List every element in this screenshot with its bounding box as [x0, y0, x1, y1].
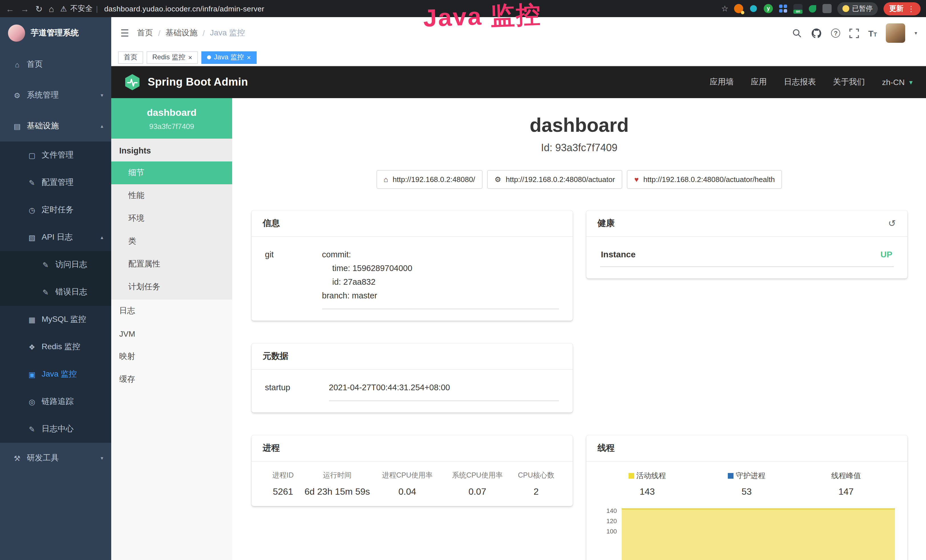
- app-logo[interactable]: 芋道管理系统: [0, 17, 111, 49]
- info-label: git: [265, 248, 322, 309]
- address-bar[interactable]: dashboard.yudao.iocoder.cn/infra/admin-s…: [104, 4, 264, 13]
- sba-item-caches[interactable]: 缓存: [111, 368, 232, 391]
- process-card: 进程 进程ID 运行时间 进程CPU使用率 系统CPU使用率 CPU核心数: [251, 435, 572, 506]
- close-icon[interactable]: [247, 53, 251, 61]
- process-table: 进程ID 运行时间 进程CPU使用率 系统CPU使用率 CPU核心数 5261 …: [263, 471, 561, 496]
- health-url-link[interactable]: ♥ http://192.168.0.2:48080/actuator/heal…: [627, 170, 782, 189]
- back-icon[interactable]: ←: [6, 4, 14, 13]
- history-icon[interactable]: ↺: [888, 219, 896, 228]
- instance-header[interactable]: dashboard 93a3fc7f7409: [111, 98, 232, 139]
- sidebar-item-java-monitor[interactable]: Java 监控: [0, 360, 111, 388]
- chevron-down-icon: [101, 455, 103, 461]
- sidebar-item-redis-monitor[interactable]: Redis 监控: [0, 333, 111, 360]
- sba-content: dashboard Id: 93a3fc7f7409 ⌂ http://192.…: [232, 98, 926, 560]
- sba-item-metrics[interactable]: 性能: [111, 184, 232, 207]
- breadcrumb-home[interactable]: 首页: [137, 28, 153, 38]
- column-header: 进程ID: [263, 471, 303, 480]
- sidebar-item-file-manage[interactable]: 文件管理: [0, 141, 111, 169]
- tab-java-monitor[interactable]: Java 监控: [201, 51, 256, 64]
- paused-badge[interactable]: 已暂停: [837, 2, 878, 15]
- tools-icon: [12, 454, 22, 462]
- update-button[interactable]: 更新 ⋮: [884, 2, 921, 15]
- sba-locale-select[interactable]: zh-CN ▼: [882, 77, 914, 87]
- sba-item-configprops[interactable]: 配置属性: [111, 253, 232, 275]
- health-row: Instance UP: [600, 248, 893, 267]
- extension-icon[interactable]: [779, 4, 788, 13]
- legend-value: 147: [796, 486, 896, 496]
- legend-swatch-active-threads: [628, 473, 634, 478]
- browser-menu-icon[interactable]: ⋮: [908, 4, 915, 13]
- sba-item-details[interactable]: 细节: [111, 162, 232, 184]
- bookmark-star-icon[interactable]: ☆: [721, 4, 728, 13]
- fullscreen-icon[interactable]: [849, 28, 859, 38]
- site-security-chip[interactable]: ⚠ 不安全 |: [60, 3, 98, 14]
- cell-value: 6d 23h 15m 59s: [303, 486, 371, 496]
- sidebar-item-trace[interactable]: 链路追踪: [0, 388, 111, 415]
- chevron-up-icon: [101, 123, 103, 129]
- legend-swatch-daemon-threads: [728, 473, 734, 478]
- instance-links: ⌂ http://192.168.0.2:48080/ ⚙ http://192…: [251, 170, 907, 189]
- sba-nav-applications[interactable]: 应用: [751, 77, 767, 87]
- chevron-down-icon: [101, 92, 103, 98]
- reload-icon[interactable]: ↻: [35, 4, 42, 13]
- forward-icon[interactable]: →: [21, 4, 29, 13]
- column-header: 运行时间: [303, 471, 371, 480]
- extension-icon[interactable]: y: [764, 4, 773, 13]
- sba-item-logfile[interactable]: 日志: [111, 300, 232, 322]
- tab-redis-monitor[interactable]: Redis 监控: [147, 51, 198, 64]
- sidebar-item-home[interactable]: 首页: [0, 49, 111, 80]
- user-avatar[interactable]: [886, 23, 905, 43]
- help-icon[interactable]: ?: [831, 29, 840, 38]
- sba-nav-wall[interactable]: 应用墙: [710, 77, 734, 87]
- collapse-sidebar-icon[interactable]: ☰: [120, 27, 129, 39]
- github-icon[interactable]: [811, 28, 822, 38]
- breadcrumb-infra[interactable]: 基础设施: [165, 28, 197, 38]
- extension-badge: [741, 11, 744, 14]
- sidebar-item-access-log[interactable]: 访问日志: [0, 251, 111, 278]
- sba-item-classes[interactable]: 类: [111, 230, 232, 253]
- sidebar-item-system[interactable]: 系统管理: [0, 80, 111, 111]
- extension-on-badge: on: [793, 10, 802, 14]
- sidebar-item-infra[interactable]: 基础设施: [0, 111, 111, 141]
- extension-icon[interactable]: on: [793, 4, 802, 13]
- breadcrumb: 首页 / 基础设施 / Java 监控: [137, 28, 245, 38]
- area-series-active-threads: [622, 508, 895, 560]
- page-title: dashboard: [251, 114, 907, 136]
- health-icon: ♥: [634, 175, 639, 184]
- cell-value: 0.07: [443, 486, 511, 496]
- sba-item-env[interactable]: 环境: [111, 207, 232, 230]
- sba-group-insights: Insights: [111, 139, 232, 162]
- instance-id: 93a3fc7f7409: [116, 122, 228, 131]
- infrastructure-icon: [12, 122, 22, 130]
- sidebar-item-dev-tools[interactable]: 研发工具: [0, 443, 111, 474]
- service-url-link[interactable]: ⌂ http://192.168.0.2:48080/: [376, 170, 483, 189]
- sba-item-jvm[interactable]: JVM: [111, 322, 232, 345]
- column-header: CPU核心数: [511, 471, 561, 480]
- actuator-url-link[interactable]: ⚙ http://192.168.0.2:48080/actuator: [487, 170, 622, 189]
- column-header: 系统CPU使用率: [443, 471, 511, 480]
- sba-nav-journal[interactable]: 日志报表: [784, 77, 816, 87]
- close-icon[interactable]: [188, 53, 192, 61]
- sidebar-item-log-center[interactable]: 日志中心: [0, 415, 111, 443]
- sba-item-scheduled[interactable]: 计划任务: [111, 275, 232, 298]
- sba-nav-about[interactable]: 关于我们: [833, 77, 865, 87]
- extension-icon[interactable]: [809, 5, 816, 12]
- card-title: 进程: [263, 442, 280, 453]
- extension-icon[interactable]: [734, 4, 743, 13]
- logo-image: [8, 24, 25, 42]
- sidebar-item-api-log[interactable]: API 日志: [0, 224, 111, 251]
- sidebar-item-scheduled-job[interactable]: 定时任务: [0, 196, 111, 224]
- sba-header: Spring Boot Admin 应用墙 应用 日志报表 关于我们 zh-CN…: [111, 66, 926, 98]
- sidebar-item-mysql-monitor[interactable]: MySQL 监控: [0, 306, 111, 333]
- sidebar-item-config-manage[interactable]: 配置管理: [0, 169, 111, 196]
- font-size-icon[interactable]: TT: [868, 29, 877, 37]
- smiley-icon: [843, 5, 849, 12]
- sidebar-item-error-log[interactable]: 错误日志: [0, 278, 111, 306]
- sba-item-mappings[interactable]: 映射: [111, 345, 232, 368]
- chevron-down-icon: ▾: [915, 30, 917, 36]
- search-icon[interactable]: [792, 28, 802, 38]
- tab-home[interactable]: 首页: [118, 51, 143, 64]
- extensions-puzzle-icon[interactable]: [823, 4, 832, 13]
- extension-icon[interactable]: [750, 5, 757, 12]
- browser-home-icon[interactable]: ⌂: [49, 4, 54, 13]
